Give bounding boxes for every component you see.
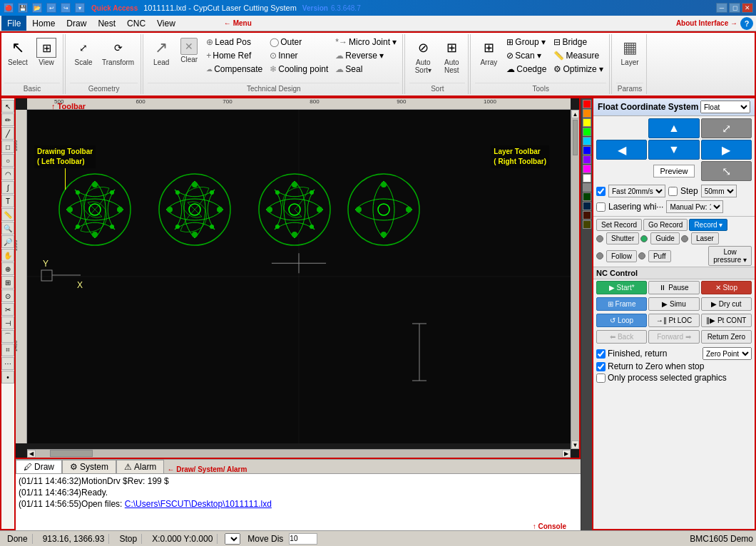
manual-pw-select[interactable]: Manual Pw: 100% [666,200,723,213]
ribbon-reverse[interactable]: ☁ Reverse ▾ [332,49,399,62]
go-record-btn[interactable]: Go Record [643,219,688,231]
fast-speed-check[interactable] [596,187,606,196]
lt-zoom-in[interactable]: 🔍 [1,222,14,235]
return-zero-check[interactable] [596,362,606,371]
restore-button[interactable]: ◻ [729,3,740,13]
close-button[interactable]: ✕ [742,3,753,13]
tab-draw[interactable]: 🖊 Draw [16,460,62,473]
lt-explode[interactable]: ⋯ [1,357,14,370]
lt-spline[interactable]: ∫ [1,181,14,194]
nc-ptloc-btn[interactable]: →‖ Pt LOC [648,314,699,327]
preview-button[interactable]: Preview [653,165,694,177]
dir-down[interactable]: ▼ [648,140,699,160]
lt-arc[interactable]: ◠ [1,168,14,180]
menu-view[interactable]: View [151,16,181,31]
laser-btn[interactable]: Laser [691,232,719,244]
quick-access-undo[interactable]: ↩ [46,3,56,13]
lt-grid[interactable]: ⊞ [1,276,14,289]
quick-access-redo[interactable]: ↪ [61,3,71,13]
lt-circle[interactable]: ○ [1,154,14,167]
ribbon-compensate[interactable]: ☁ Compensate [203,63,265,76]
layer-color-orange[interactable] [583,109,591,118]
ribbon-array[interactable]: ⊞ Array [475,36,502,68]
layer-color-magenta[interactable] [583,165,591,173]
ribbon-inner[interactable]: ⊙ Inner [267,49,331,62]
finished-return-select[interactable]: Zero Point [703,347,752,360]
ribbon-cooling[interactable]: ❄ Cooling point [267,63,331,76]
nc-stop-btn[interactable]: ✕ Stop [701,281,752,294]
ribbon-group-btn[interactable]: ⊞ Group ▾ [504,36,549,48]
about-button[interactable]: ? [740,17,753,30]
nc-start-btn[interactable]: ▶ Start* [596,281,647,294]
tab-alarm[interactable]: ⚠ Alarm [116,460,164,473]
scroll-left-btn[interactable]: ◀ [27,450,36,458]
ribbon-clear[interactable]: ✕ Clear [176,36,202,66]
tab-system[interactable]: ⚙ System [62,460,116,473]
layer-color-dark-red[interactable] [583,211,591,220]
ribbon-view[interactable]: ⊞ View [33,36,60,68]
ribbon-optimize[interactable]: ⚙ Optimize ▾ [551,63,606,76]
coord-system-select[interactable]: Float [700,101,750,113]
nc-forward-btn[interactable]: Forward ➡ [648,330,699,344]
nc-simu-btn[interactable]: ▶ Simu [648,297,699,311]
scrollbar-vertical[interactable]: ▲ ▼ [571,110,579,449]
lt-pen[interactable]: ✏ [1,113,14,126]
lt-rect[interactable]: □ [1,140,14,153]
scroll-h-thumb[interactable] [50,450,93,457]
lt-chamfer[interactable]: ⌗ [1,344,14,356]
quick-access-more[interactable]: ▾ [75,3,85,13]
menu-file[interactable]: File [1,16,26,31]
scroll-h-track[interactable] [36,450,562,458]
menu-cnc[interactable]: CNC [121,16,151,31]
step-select[interactable]: 50mm [701,185,737,197]
layer-color-cyan[interactable] [583,137,591,145]
shutter-btn[interactable]: Shutter [606,232,639,244]
dir-right[interactable]: ▶ [701,140,752,160]
ribbon-coedge[interactable]: ☁ Coedge [504,63,549,76]
menu-draw[interactable]: Draw [61,16,92,31]
ribbon-measure[interactable]: 📏 Measure [551,49,606,62]
nc-return-zero-btn[interactable]: Return Zero [701,330,752,344]
ribbon-layer[interactable]: ▦ Layer [616,36,643,68]
layer-color-blue[interactable] [583,146,591,155]
status-pos-select[interactable] [225,533,240,545]
nc-loop-btn[interactable]: ↺ Loop [596,314,647,327]
ribbon-micro-joint[interactable]: *→ Micro Joint ▾ [332,36,399,48]
lt-line[interactable]: ╱ [1,127,14,140]
ribbon-lead-pos[interactable]: ⊕ Lead Pos [203,36,265,48]
scroll-up-btn[interactable]: ▲ [571,110,579,118]
follow-btn[interactable]: Follow [606,250,637,262]
layer-color-dark-yellow[interactable] [583,220,591,229]
ribbon-scan[interactable]: ⊘ Scan ▾ [504,49,549,62]
lt-zoom-out[interactable]: 🔎 [1,235,14,248]
scroll-right-btn[interactable]: ▶ [562,450,571,458]
scroll-v-track[interactable] [571,118,579,441]
scroll-v-thumb[interactable] [573,120,578,155]
ribbon-auto-nest[interactable]: ⊞ AutoNest [438,36,465,76]
ribbon-scale[interactable]: ⤢ Scale [70,36,97,68]
dir-down-right[interactable]: ⤡ [701,161,752,181]
lt-node[interactable]: • [1,371,14,383]
lt-pan[interactable]: ✋ [1,249,14,262]
ribbon-seal[interactable]: ☁ Seal [332,63,399,76]
guide-btn[interactable]: Guide [650,232,680,244]
finished-return-check[interactable] [596,349,606,359]
record-btn[interactable]: Record ▾ [689,219,727,231]
ribbon-home-ref[interactable]: + Home Ref [203,49,265,62]
only-selected-check[interactable] [596,374,606,383]
dir-up-right[interactable]: ⤢ [701,118,752,138]
nc-pause-btn[interactable]: ⏸ Pause [648,281,699,294]
log-file-link[interactable]: C:\Users\FSCUT\Desktop\1011111.lxd [125,499,272,509]
ribbon-transform[interactable]: ⟳ Transform [98,36,138,68]
menu-nest[interactable]: Nest [92,16,121,31]
minimize-button[interactable]: ─ [716,3,727,13]
drawing-canvas[interactable]: Y X Drawing Toolbar( Left Toolbar) [27,110,571,443]
quick-access-save[interactable]: 💾 [18,3,28,13]
layer-color-dark-green[interactable] [583,192,591,201]
layer-color-white[interactable] [583,174,591,182]
ribbon-bridge[interactable]: ⊟ Bridge [551,36,606,48]
menu-home[interactable]: Home [26,16,61,31]
lt-snap[interactable]: ⊙ [1,289,14,302]
lt-text[interactable]: T [1,195,14,207]
layer-color-red[interactable] [583,100,591,108]
